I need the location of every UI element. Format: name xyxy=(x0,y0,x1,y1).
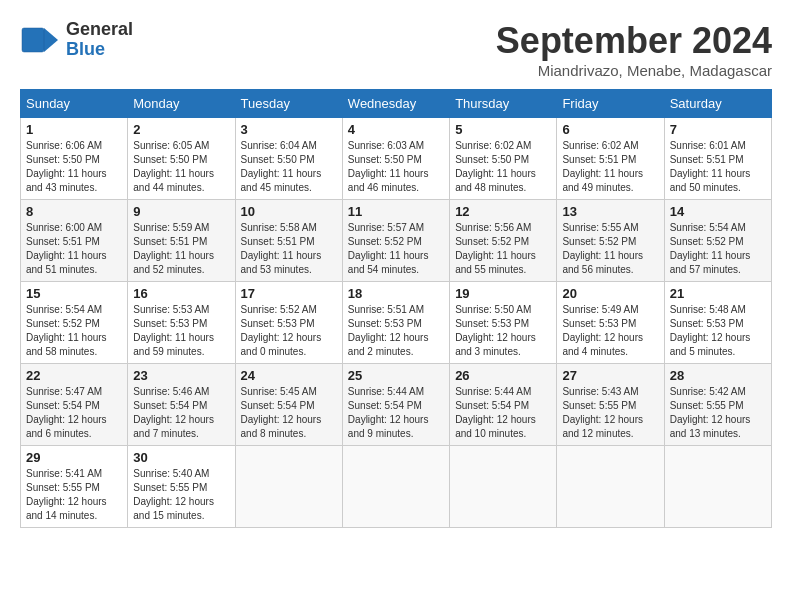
calendar-cell: 4 Sunrise: 6:03 AMSunset: 5:50 PMDayligh… xyxy=(342,118,449,200)
day-number: 16 xyxy=(133,286,229,301)
calendar-cell: 13 Sunrise: 5:55 AMSunset: 5:52 PMDaylig… xyxy=(557,200,664,282)
day-number: 9 xyxy=(133,204,229,219)
day-number: 6 xyxy=(562,122,658,137)
calendar-cell: 22 Sunrise: 5:47 AMSunset: 5:54 PMDaylig… xyxy=(21,364,128,446)
day-number: 26 xyxy=(455,368,551,383)
calendar-cell xyxy=(664,446,771,528)
day-info: Sunrise: 5:52 AMSunset: 5:53 PMDaylight:… xyxy=(241,304,322,357)
day-info: Sunrise: 5:40 AMSunset: 5:55 PMDaylight:… xyxy=(133,468,214,521)
day-info: Sunrise: 5:42 AMSunset: 5:55 PMDaylight:… xyxy=(670,386,751,439)
day-info: Sunrise: 5:49 AMSunset: 5:53 PMDaylight:… xyxy=(562,304,643,357)
svg-rect-0 xyxy=(22,28,44,52)
day-number: 27 xyxy=(562,368,658,383)
day-info: Sunrise: 5:57 AMSunset: 5:52 PMDaylight:… xyxy=(348,222,429,275)
day-number: 13 xyxy=(562,204,658,219)
svg-marker-1 xyxy=(44,28,58,52)
calendar-cell: 17 Sunrise: 5:52 AMSunset: 5:53 PMDaylig… xyxy=(235,282,342,364)
day-info: Sunrise: 6:04 AMSunset: 5:50 PMDaylight:… xyxy=(241,140,322,193)
day-info: Sunrise: 5:55 AMSunset: 5:52 PMDaylight:… xyxy=(562,222,643,275)
location-text: Miandrivazo, Menabe, Madagascar xyxy=(496,62,772,79)
day-number: 10 xyxy=(241,204,337,219)
day-info: Sunrise: 5:48 AMSunset: 5:53 PMDaylight:… xyxy=(670,304,751,357)
day-number: 22 xyxy=(26,368,122,383)
calendar-cell: 15 Sunrise: 5:54 AMSunset: 5:52 PMDaylig… xyxy=(21,282,128,364)
day-number: 18 xyxy=(348,286,444,301)
calendar-cell: 21 Sunrise: 5:48 AMSunset: 5:53 PMDaylig… xyxy=(664,282,771,364)
page-header: General Blue September 2024 Miandrivazo,… xyxy=(20,20,772,79)
calendar-cell: 24 Sunrise: 5:45 AMSunset: 5:54 PMDaylig… xyxy=(235,364,342,446)
calendar-cell: 7 Sunrise: 6:01 AMSunset: 5:51 PMDayligh… xyxy=(664,118,771,200)
calendar-cell xyxy=(557,446,664,528)
day-number: 25 xyxy=(348,368,444,383)
weekday-header: Sunday xyxy=(21,90,128,118)
weekday-header: Monday xyxy=(128,90,235,118)
day-info: Sunrise: 5:44 AMSunset: 5:54 PMDaylight:… xyxy=(348,386,429,439)
weekday-header: Wednesday xyxy=(342,90,449,118)
calendar-cell: 12 Sunrise: 5:56 AMSunset: 5:52 PMDaylig… xyxy=(450,200,557,282)
calendar-cell: 20 Sunrise: 5:49 AMSunset: 5:53 PMDaylig… xyxy=(557,282,664,364)
day-info: Sunrise: 5:51 AMSunset: 5:53 PMDaylight:… xyxy=(348,304,429,357)
calendar-cell: 14 Sunrise: 5:54 AMSunset: 5:52 PMDaylig… xyxy=(664,200,771,282)
calendar-cell: 28 Sunrise: 5:42 AMSunset: 5:55 PMDaylig… xyxy=(664,364,771,446)
day-info: Sunrise: 6:06 AMSunset: 5:50 PMDaylight:… xyxy=(26,140,107,193)
calendar-cell: 30 Sunrise: 5:40 AMSunset: 5:55 PMDaylig… xyxy=(128,446,235,528)
day-info: Sunrise: 5:45 AMSunset: 5:54 PMDaylight:… xyxy=(241,386,322,439)
month-title: September 2024 xyxy=(496,20,772,62)
day-info: Sunrise: 5:54 AMSunset: 5:52 PMDaylight:… xyxy=(670,222,751,275)
day-number: 3 xyxy=(241,122,337,137)
day-info: Sunrise: 6:00 AMSunset: 5:51 PMDaylight:… xyxy=(26,222,107,275)
weekday-header: Friday xyxy=(557,90,664,118)
day-number: 17 xyxy=(241,286,337,301)
day-info: Sunrise: 5:43 AMSunset: 5:55 PMDaylight:… xyxy=(562,386,643,439)
calendar-cell: 27 Sunrise: 5:43 AMSunset: 5:55 PMDaylig… xyxy=(557,364,664,446)
calendar-cell: 10 Sunrise: 5:58 AMSunset: 5:51 PMDaylig… xyxy=(235,200,342,282)
calendar-week-row: 8 Sunrise: 6:00 AMSunset: 5:51 PMDayligh… xyxy=(21,200,772,282)
calendar-cell: 2 Sunrise: 6:05 AMSunset: 5:50 PMDayligh… xyxy=(128,118,235,200)
calendar-table: SundayMondayTuesdayWednesdayThursdayFrid… xyxy=(20,89,772,528)
calendar-cell xyxy=(235,446,342,528)
weekday-header: Tuesday xyxy=(235,90,342,118)
logo-text: General Blue xyxy=(66,20,133,60)
day-info: Sunrise: 5:53 AMSunset: 5:53 PMDaylight:… xyxy=(133,304,214,357)
day-info: Sunrise: 5:50 AMSunset: 5:53 PMDaylight:… xyxy=(455,304,536,357)
logo-icon xyxy=(20,20,60,60)
day-number: 30 xyxy=(133,450,229,465)
calendar-cell: 19 Sunrise: 5:50 AMSunset: 5:53 PMDaylig… xyxy=(450,282,557,364)
day-number: 20 xyxy=(562,286,658,301)
day-info: Sunrise: 5:41 AMSunset: 5:55 PMDaylight:… xyxy=(26,468,107,521)
title-section: September 2024 Miandrivazo, Menabe, Mada… xyxy=(496,20,772,79)
calendar-week-row: 22 Sunrise: 5:47 AMSunset: 5:54 PMDaylig… xyxy=(21,364,772,446)
weekday-header: Saturday xyxy=(664,90,771,118)
calendar-cell: 29 Sunrise: 5:41 AMSunset: 5:55 PMDaylig… xyxy=(21,446,128,528)
calendar-week-row: 29 Sunrise: 5:41 AMSunset: 5:55 PMDaylig… xyxy=(21,446,772,528)
calendar-week-row: 15 Sunrise: 5:54 AMSunset: 5:52 PMDaylig… xyxy=(21,282,772,364)
day-number: 23 xyxy=(133,368,229,383)
calendar-cell: 25 Sunrise: 5:44 AMSunset: 5:54 PMDaylig… xyxy=(342,364,449,446)
calendar-cell: 16 Sunrise: 5:53 AMSunset: 5:53 PMDaylig… xyxy=(128,282,235,364)
day-info: Sunrise: 6:01 AMSunset: 5:51 PMDaylight:… xyxy=(670,140,751,193)
day-info: Sunrise: 5:47 AMSunset: 5:54 PMDaylight:… xyxy=(26,386,107,439)
day-info: Sunrise: 5:56 AMSunset: 5:52 PMDaylight:… xyxy=(455,222,536,275)
day-number: 19 xyxy=(455,286,551,301)
calendar-cell: 18 Sunrise: 5:51 AMSunset: 5:53 PMDaylig… xyxy=(342,282,449,364)
day-number: 8 xyxy=(26,204,122,219)
calendar-cell: 26 Sunrise: 5:44 AMSunset: 5:54 PMDaylig… xyxy=(450,364,557,446)
calendar-cell xyxy=(342,446,449,528)
day-number: 24 xyxy=(241,368,337,383)
calendar-cell: 9 Sunrise: 5:59 AMSunset: 5:51 PMDayligh… xyxy=(128,200,235,282)
calendar-cell: 1 Sunrise: 6:06 AMSunset: 5:50 PMDayligh… xyxy=(21,118,128,200)
day-info: Sunrise: 5:59 AMSunset: 5:51 PMDaylight:… xyxy=(133,222,214,275)
day-number: 1 xyxy=(26,122,122,137)
day-number: 28 xyxy=(670,368,766,383)
calendar-cell: 3 Sunrise: 6:04 AMSunset: 5:50 PMDayligh… xyxy=(235,118,342,200)
logo-line1: General xyxy=(66,19,133,39)
day-number: 15 xyxy=(26,286,122,301)
day-number: 12 xyxy=(455,204,551,219)
day-info: Sunrise: 5:54 AMSunset: 5:52 PMDaylight:… xyxy=(26,304,107,357)
calendar-week-row: 1 Sunrise: 6:06 AMSunset: 5:50 PMDayligh… xyxy=(21,118,772,200)
day-info: Sunrise: 5:44 AMSunset: 5:54 PMDaylight:… xyxy=(455,386,536,439)
day-number: 7 xyxy=(670,122,766,137)
day-number: 29 xyxy=(26,450,122,465)
calendar-cell: 5 Sunrise: 6:02 AMSunset: 5:50 PMDayligh… xyxy=(450,118,557,200)
logo: General Blue xyxy=(20,20,133,60)
